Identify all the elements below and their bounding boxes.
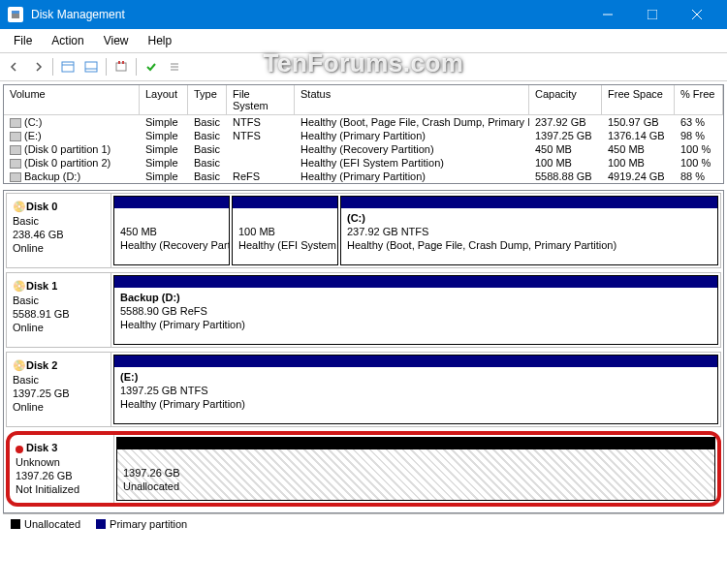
table-row[interactable]: (E:)SimpleBasicNTFSHealthy (Primary Part… [4, 129, 723, 142]
menubar: File Action View Help [0, 29, 727, 53]
menu-view[interactable]: View [94, 31, 139, 50]
partition-c[interactable]: (C:)237.92 GB NTFSHealthy (Boot, Page Fi… [340, 196, 718, 265]
disk-icon: 📀 [13, 201, 26, 212]
volume-icon [10, 172, 21, 182]
disk-info: 📀Disk 1 Basic 5588.91 GB Online [7, 273, 111, 347]
titlebar: Disk Management [0, 0, 727, 29]
volume-icon [10, 159, 21, 169]
volume-list[interactable]: Volume Layout Type File System Status Ca… [3, 84, 724, 184]
svg-rect-11 [118, 61, 120, 64]
partition-unallocated[interactable]: 1397.26 GBUnallocated [116, 437, 715, 501]
disk-row-0[interactable]: 📀Disk 0 Basic 238.46 GB Online 450 MBHea… [6, 193, 721, 268]
app-icon [8, 7, 23, 22]
partition-d[interactable]: Backup (D:)5588.90 GB ReFSHealthy (Prima… [113, 275, 718, 345]
maximize-button[interactable] [630, 0, 675, 29]
disk-info: 📀Disk 2 Basic 1397.25 GB Online [7, 353, 111, 426]
legend-swatch-primary [96, 519, 106, 529]
menu-action[interactable]: Action [42, 31, 93, 50]
table-row[interactable]: Backup (D:)SimpleBasicReFSHealthy (Prima… [4, 170, 723, 183]
volume-icon [10, 132, 21, 141]
col-freespace[interactable]: Free Space [602, 85, 675, 114]
col-pctfree[interactable]: % Free [675, 85, 723, 114]
minimize-button[interactable] [585, 0, 630, 29]
col-layout[interactable]: Layout [140, 85, 188, 114]
svg-rect-10 [116, 63, 126, 71]
window-title: Disk Management [31, 8, 585, 21]
partition[interactable]: 450 MBHealthy (Recovery Partition) [113, 196, 230, 265]
view-top-icon[interactable] [57, 56, 79, 77]
toolbar [0, 53, 727, 81]
legend: Unallocated Primary partition [3, 513, 724, 534]
table-row[interactable]: (C:)SimpleBasicNTFSHealthy (Boot, Page F… [4, 115, 723, 129]
legend-swatch-unallocated [11, 519, 20, 529]
svg-rect-1 [12, 11, 19, 14]
disk-info: 📀Disk 0 Basic 238.46 GB Online [7, 194, 111, 267]
col-filesystem[interactable]: File System [227, 85, 295, 114]
close-button[interactable] [675, 0, 719, 29]
partition[interactable]: 100 MBHealthy (EFI System Partition) [232, 196, 338, 265]
col-type[interactable]: Type [188, 85, 227, 114]
volume-header: Volume Layout Type File System Status Ca… [4, 85, 723, 115]
disk-graphical-view: 📀Disk 0 Basic 238.46 GB Online 450 MBHea… [3, 190, 724, 513]
col-status[interactable]: Status [295, 85, 529, 114]
svg-rect-12 [122, 61, 124, 64]
list-icon[interactable] [164, 56, 185, 77]
col-capacity[interactable]: Capacity [529, 85, 602, 114]
svg-rect-0 [12, 14, 19, 18]
disk-icon: 📀 [13, 280, 26, 292]
svg-rect-6 [62, 62, 74, 72]
menu-help[interactable]: Help [139, 31, 182, 50]
disk-row-3[interactable]: Disk 3 Unknown 1397.26 GB Not Initialize… [6, 431, 721, 507]
disk-row-2[interactable]: 📀Disk 2 Basic 1397.25 GB Online (E:)1397… [6, 352, 721, 427]
volume-icon [10, 118, 21, 128]
disk-icon: 📀 [13, 359, 26, 371]
volume-icon [10, 145, 21, 155]
col-volume[interactable]: Volume [4, 85, 140, 114]
table-row[interactable]: (Disk 0 partition 1)SimpleBasicHealthy (… [4, 142, 723, 156]
svg-rect-3 [648, 10, 657, 19]
view-bottom-icon[interactable] [80, 56, 102, 77]
back-button[interactable] [4, 56, 25, 77]
table-row[interactable]: (Disk 0 partition 2)SimpleBasicHealthy (… [4, 156, 723, 170]
menu-file[interactable]: File [4, 31, 42, 50]
disk-row-1[interactable]: 📀Disk 1 Basic 5588.91 GB Online Backup (… [6, 272, 721, 348]
svg-rect-8 [85, 62, 97, 72]
checkmark-icon[interactable] [141, 56, 162, 77]
refresh-icon[interactable] [111, 56, 132, 77]
forward-button[interactable] [27, 56, 48, 77]
disk-info: Disk 3 Unknown 1397.26 GB Not Initialize… [10, 435, 114, 503]
partition-e[interactable]: (E:)1397.25 GB NTFSHealthy (Primary Part… [113, 355, 718, 424]
